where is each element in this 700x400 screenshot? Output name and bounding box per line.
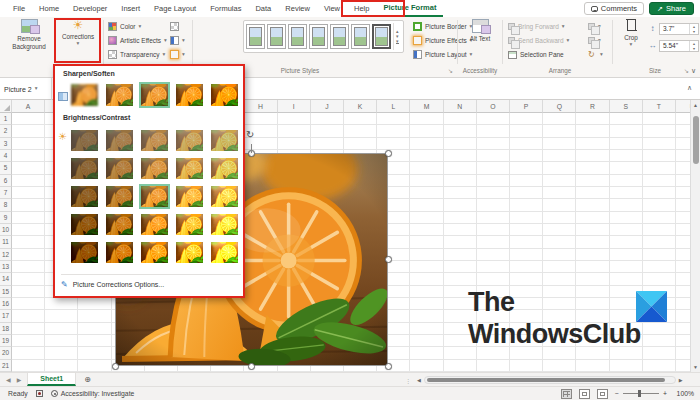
brightness-contrast-tile[interactable] xyxy=(104,240,135,265)
scroll-down-icon[interactable]: ▼ xyxy=(693,362,698,372)
row-header-6[interactable]: 6 xyxy=(0,175,12,187)
menu-tab-file[interactable]: File xyxy=(6,0,32,17)
brightness-contrast-tile[interactable] xyxy=(139,240,170,265)
brightness-contrast-tile[interactable] xyxy=(209,212,240,237)
column-header-p[interactable]: P xyxy=(510,100,543,113)
menu-tab-developer[interactable]: Developer xyxy=(66,0,114,17)
share-button[interactable]: ↗ Share xyxy=(649,2,694,15)
row-header-18[interactable]: 18 xyxy=(0,323,12,335)
row-header-9[interactable]: 9 xyxy=(0,212,12,224)
horizontal-scroll-thumb[interactable] xyxy=(427,378,665,382)
zoom-slider-thumb[interactable] xyxy=(638,390,641,397)
normal-view-button[interactable] xyxy=(561,389,572,399)
brightness-contrast-tile[interactable] xyxy=(104,156,135,181)
gallery-more-icon[interactable]: ▾ xyxy=(396,39,399,44)
picture-style-thumbnail[interactable] xyxy=(309,24,328,49)
row-header-7[interactable]: 7 xyxy=(0,187,12,199)
sharpen-preset-tile[interactable] xyxy=(209,82,240,108)
align-button[interactable]: ▾ xyxy=(588,21,603,32)
selection-handle[interactable] xyxy=(385,256,392,263)
collapse-ribbon-icon[interactable]: ∨ xyxy=(691,67,696,75)
column-header-u[interactable]: U xyxy=(676,100,690,113)
new-sheet-button[interactable]: ⊕ xyxy=(76,373,99,386)
height-value[interactable]: 3.7" xyxy=(660,25,689,32)
width-spinner[interactable]: ▴▾ xyxy=(689,41,698,51)
brightness-contrast-tile[interactable] xyxy=(104,212,135,237)
brightness-contrast-tile[interactable] xyxy=(174,184,205,209)
alt-text-button[interactable]: Alt Text xyxy=(463,19,497,43)
selection-handle[interactable] xyxy=(112,363,119,370)
brightness-contrast-tile[interactable] xyxy=(104,184,135,209)
rotate-handle[interactable]: ↻ xyxy=(246,130,254,140)
column-header-m[interactable]: M xyxy=(410,100,443,113)
row-header-2[interactable]: 2 xyxy=(0,125,12,137)
picture-style-thumbnail[interactable] xyxy=(288,24,307,49)
reset-picture-button[interactable] xyxy=(170,21,185,32)
row-header-4[interactable]: 4 xyxy=(0,150,12,162)
brightness-contrast-tile[interactable] xyxy=(104,128,135,153)
row-header-17[interactable]: 17 xyxy=(0,310,12,322)
row-header-11[interactable]: 11 xyxy=(0,236,12,248)
button-bring-forward[interactable]: Bring Forward▾ xyxy=(508,21,569,32)
change-picture-button[interactable]: ▾ xyxy=(170,35,185,46)
row-header-10[interactable]: 10 xyxy=(0,224,12,236)
brightness-contrast-tile[interactable] xyxy=(209,156,240,181)
zoom-out-button[interactable]: − xyxy=(615,390,619,397)
column-header-j[interactable]: J xyxy=(311,100,344,113)
page-break-view-button[interactable] xyxy=(597,389,608,399)
menu-tab-view[interactable]: View xyxy=(317,0,347,17)
menu-tab-picture-format[interactable]: Picture Format xyxy=(376,0,443,17)
column-header-h[interactable]: H xyxy=(244,100,277,113)
scrollbar-splitter[interactable]: ⋮ xyxy=(405,377,410,384)
column-header-s[interactable]: S xyxy=(610,100,643,113)
accessibility-status[interactable]: Accessibility: Investigate xyxy=(51,390,135,397)
column-header-q[interactable]: Q xyxy=(543,100,576,113)
menu-tab-page-layout[interactable]: Page Layout xyxy=(147,0,203,17)
record-macro-icon[interactable] xyxy=(36,390,43,397)
vertical-scroll-thumb[interactable] xyxy=(693,116,699,164)
row-header-8[interactable]: 8 xyxy=(0,199,12,211)
menu-tab-home[interactable]: Home xyxy=(32,0,66,17)
row-header-15[interactable]: 15 xyxy=(0,286,12,298)
page-layout-view-button[interactable] xyxy=(579,389,590,399)
formula-bar-expand-icon[interactable]: ∧ xyxy=(687,84,692,92)
brightness-contrast-tile[interactable] xyxy=(69,156,100,181)
height-spinner[interactable]: ▴▾ xyxy=(689,24,698,34)
picture-style-thumbnail[interactable] xyxy=(351,24,370,49)
row-header-12[interactable]: 12 xyxy=(0,249,12,261)
column-header-r[interactable]: R xyxy=(576,100,609,113)
picture-style-thumbnail[interactable] xyxy=(267,24,286,49)
selection-handle[interactable] xyxy=(385,363,392,370)
brightness-contrast-tile[interactable] xyxy=(69,240,100,265)
comments-button[interactable]: Comments xyxy=(584,2,644,15)
restore-picture-button[interactable]: ▾ xyxy=(170,49,185,60)
picture-style-thumbnail[interactable] xyxy=(330,24,349,49)
row-header-14[interactable]: 14 xyxy=(0,273,12,285)
brightness-contrast-tile[interactable] xyxy=(174,212,205,237)
picture-style-thumbnail[interactable] xyxy=(372,24,391,49)
row-header-20[interactable]: 20 xyxy=(0,347,12,359)
brightness-contrast-tile[interactable] xyxy=(174,156,205,181)
scroll-right-icon[interactable]: ▶ xyxy=(676,377,686,383)
selection-handle[interactable] xyxy=(248,363,255,370)
scroll-up-icon[interactable]: ▲ xyxy=(693,100,698,110)
rotate-button[interactable]: ↻▾ xyxy=(588,49,603,60)
zoom-in-button[interactable]: + xyxy=(663,390,667,397)
brightness-contrast-tile[interactable] xyxy=(69,212,100,237)
button-transparency[interactable]: Transparency▾ xyxy=(108,49,167,60)
menu-tab-formulas[interactable]: Formulas xyxy=(203,0,248,17)
sharpen-preset-tile[interactable] xyxy=(104,82,135,108)
button-artistic-effects[interactable]: Artistic Effects▾ xyxy=(108,35,167,46)
remove-background-button[interactable]: Remove Background xyxy=(6,19,52,51)
brightness-contrast-tile[interactable] xyxy=(174,128,205,153)
menu-tab-review[interactable]: Review xyxy=(278,0,317,17)
picture-style-thumbnail[interactable] xyxy=(246,24,265,49)
row-header-1[interactable]: 1 xyxy=(0,113,12,125)
row-header-21[interactable]: 21 xyxy=(0,360,12,372)
selection-handle[interactable] xyxy=(385,150,392,157)
row-header-16[interactable]: 16 xyxy=(0,298,12,310)
name-box[interactable]: Picture 2 ▾ xyxy=(0,78,52,100)
button-color[interactable]: Color▾ xyxy=(108,21,167,32)
row-header-19[interactable]: 19 xyxy=(0,335,12,347)
column-header-l[interactable]: L xyxy=(377,100,410,113)
